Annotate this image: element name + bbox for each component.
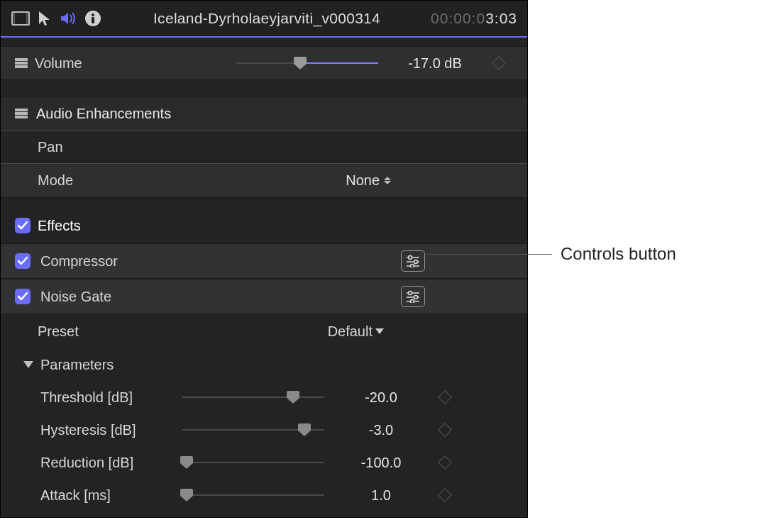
audio-inspector-panel: Iceland-Dyrholaeyjarviti_v000314 00:00:0… (0, 0, 528, 518)
audio-icon[interactable] (59, 9, 79, 28)
param-label: Hysteresis [dB] (40, 422, 168, 438)
preset-row: Preset Default (1, 314, 527, 348)
svg-point-7 (13, 22, 14, 23)
pan-mode-value: None (346, 172, 380, 189)
pan-mode-label: Mode (38, 172, 340, 189)
pan-header[interactable]: Pan (1, 131, 527, 164)
collapse-icon[interactable] (15, 58, 28, 68)
volume-slider[interactable] (236, 56, 378, 70)
keyframe-button[interactable] (431, 490, 459, 500)
param-label: Reduction [dB] (40, 455, 168, 471)
keyframe-button[interactable] (431, 458, 459, 467)
svg-point-8 (27, 13, 28, 15)
svg-point-30 (414, 296, 418, 299)
keyframe-button[interactable] (485, 58, 513, 68)
param-slider[interactable] (182, 423, 324, 437)
compressor-checkbox[interactable] (15, 253, 31, 269)
svg-point-26 (411, 265, 414, 268)
param-hysteresis-row: Hysteresis [dB] -3.0 (1, 414, 527, 446)
svg-rect-16 (15, 62, 28, 65)
param-label: Threshold [dB] (40, 389, 168, 406)
param-value[interactable]: -3.0 (338, 422, 424, 438)
updown-icon (384, 177, 391, 184)
volume-label: Volume (35, 55, 82, 72)
svg-rect-20 (15, 116, 28, 118)
param-threshold-row: Threshold [dB] -20.0 (1, 381, 527, 414)
param-slider[interactable] (182, 390, 324, 404)
volume-value[interactable]: -17.0 dB (392, 55, 478, 72)
svg-point-5 (13, 16, 14, 18)
parameters-header[interactable]: Parameters (1, 348, 527, 381)
svg-point-28 (409, 292, 412, 295)
collapse-icon[interactable] (15, 109, 28, 118)
param-reduction-row: Reduction [dB] -100.0 (1, 446, 527, 479)
effect-compressor-row[interactable]: Compressor (1, 243, 527, 279)
noisegate-label: Noise Gate (40, 289, 391, 305)
audio-enhancements-header[interactable]: Audio Enhancements (1, 96, 527, 131)
svg-point-10 (27, 19, 28, 21)
svg-rect-19 (15, 112, 28, 115)
inspector-header: Iceland-Dyrholaeyjarviti_v000314 00:00:0… (1, 1, 527, 38)
compressor-label: Compressor (40, 253, 391, 270)
timecode: 00:00:03:03 (431, 10, 517, 27)
svg-point-11 (27, 22, 28, 23)
callout-line (426, 254, 552, 255)
svg-point-32 (411, 300, 414, 304)
preset-value: Default (328, 323, 373, 340)
svg-point-4 (13, 13, 14, 15)
effects-checkbox[interactable] (15, 218, 31, 233)
param-hold-row: Hold [ms] 0 (1, 511, 527, 518)
param-value[interactable]: 1.0 (338, 487, 424, 504)
param-slider[interactable] (182, 488, 324, 502)
callout-text: Controls button (561, 244, 676, 264)
svg-point-24 (414, 260, 418, 264)
svg-rect-15 (15, 58, 28, 61)
svg-rect-17 (15, 65, 28, 68)
keyframe-button[interactable] (431, 392, 459, 402)
keyframe-button[interactable] (431, 425, 459, 435)
noisegate-checkbox[interactable] (15, 289, 31, 304)
video-icon[interactable] (11, 9, 31, 28)
effects-label: Effects (38, 218, 81, 234)
cursor-icon[interactable] (35, 9, 55, 28)
svg-rect-18 (15, 109, 28, 111)
controls-button[interactable] (401, 286, 425, 307)
pan-mode-row: Mode None (1, 164, 527, 198)
svg-point-22 (409, 256, 412, 260)
parameters-label: Parameters (40, 357, 114, 373)
param-slider[interactable] (182, 455, 324, 470)
controls-button[interactable] (401, 250, 425, 272)
effect-noisegate-row[interactable]: Noise Gate (1, 279, 527, 314)
disclosure-triangle-icon[interactable] (23, 361, 33, 368)
volume-fill (300, 62, 378, 64)
param-attack-row: Attack [ms] 1.0 (1, 479, 527, 511)
svg-point-9 (27, 16, 28, 18)
param-label: Attack [ms] (40, 487, 168, 504)
volume-row: Volume -17.0 dB (1, 46, 527, 80)
info-icon[interactable] (83, 9, 103, 28)
clip-title: Iceland-Dyrholaeyjarviti_v000314 (107, 10, 426, 27)
preset-label: Preset (38, 323, 322, 340)
param-value[interactable]: -20.0 (338, 389, 424, 406)
pan-label: Pan (38, 139, 63, 155)
audio-enhancements-label: Audio Enhancements (36, 106, 171, 122)
pan-mode-dropdown[interactable]: None (346, 172, 490, 189)
preset-dropdown[interactable]: Default (328, 323, 490, 340)
svg-point-6 (13, 19, 14, 21)
chevron-down-icon (375, 328, 384, 334)
svg-point-13 (92, 13, 94, 16)
effects-header[interactable]: Effects (1, 208, 527, 243)
param-value[interactable]: -100.0 (338, 455, 424, 471)
svg-rect-14 (92, 17, 94, 23)
